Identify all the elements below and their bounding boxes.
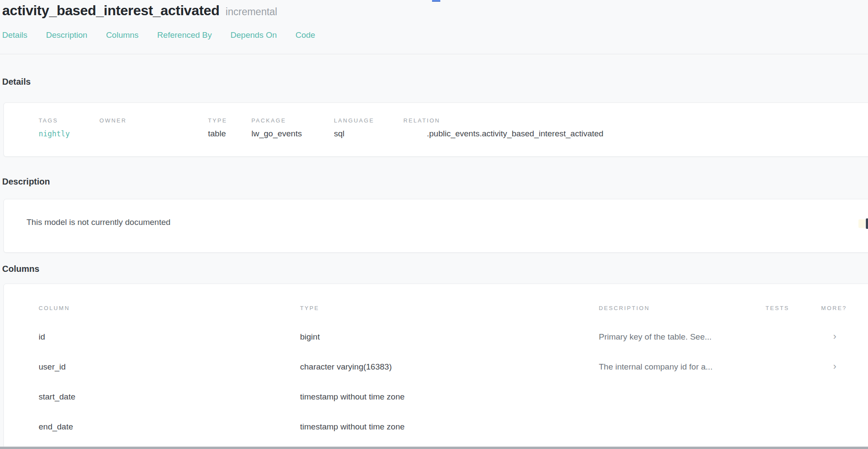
tab-columns[interactable]: Columns [106,30,139,40]
table-row-user-id[interactable]: user_id character varying(16383) The int… [4,352,868,382]
tag-link-nightly[interactable]: nightly [39,129,70,138]
detail-label-owner: OWNER [99,117,208,124]
detail-value-type: table [208,129,251,139]
header-description: DESCRIPTION [599,305,766,311]
tab-referenced-by[interactable]: Referenced By [157,30,212,40]
details-card: TAGS nightly OWNER TYPE table PACKAGE lw… [3,102,868,157]
page-header: activity_based_interest_activated increm… [0,0,868,19]
detail-label-tags: TAGS [39,117,99,124]
tab-depends-on[interactable]: Depends On [231,30,277,40]
model-title: activity_based_interest_activated [2,3,220,19]
header-tests: TESTS [766,305,821,311]
table-row-start-date[interactable]: start_date timestamp without time zone [4,382,868,412]
detail-label-type: TYPE [208,117,251,124]
detail-field-language: LANGUAGE sql [334,117,403,139]
clipped-top-element [432,0,440,2]
column-name-cell: id [39,332,300,342]
column-type-cell: timestamp without time zone [300,392,599,402]
table-row-id[interactable]: id bigint Primary key of the table. See.… [4,322,868,352]
chevron-right-icon[interactable]: › [833,332,836,342]
materialization-badge: incremental [226,6,277,18]
header-type: TYPE [300,305,599,311]
column-name-cell: user_id [39,362,300,372]
detail-label-relation: RELATION [403,117,868,124]
column-type-cell: timestamp without time zone [300,422,599,432]
section-nav-tabs: Details Description Columns Referenced B… [0,30,868,40]
detail-value-owner [99,129,208,139]
detail-field-tags: TAGS nightly [39,117,99,139]
column-name-cell: end_date [39,422,300,432]
column-type-cell: character varying(16383) [300,362,599,372]
tab-description[interactable]: Description [46,30,87,40]
header-column: COLUMN [39,305,300,311]
columns-card: COLUMN TYPE DESCRIPTION TESTS MORE? id b… [3,284,868,449]
columns-table-header: COLUMN TYPE DESCRIPTION TESTS MORE? [4,305,868,311]
tab-code[interactable]: Code [295,30,315,40]
detail-label-package: PACKAGE [251,117,334,124]
tabs-divider [0,54,868,54]
detail-value-relation: .public_events.activity_based_interest_a… [403,129,868,139]
column-name-cell: start_date [39,392,300,402]
header-more: MORE? [821,305,848,311]
description-text: This model is not currently documented [26,218,868,227]
columns-section-heading: Columns [0,264,868,274]
detail-field-owner: OWNER [99,117,208,139]
column-description-cell: The internal company id for a... [599,362,766,372]
chevron-right-icon[interactable]: › [833,362,836,372]
description-section-heading: Description [0,177,868,187]
column-type-cell: bigint [300,332,599,342]
model-docs-page: activity_based_interest_activated increm… [0,0,868,449]
column-description-cell: Primary key of the table. See... [599,332,766,342]
tab-details[interactable]: Details [2,30,27,40]
detail-field-type: TYPE table [208,117,251,139]
detail-field-relation: RELATION .public_events.activity_based_i… [403,117,868,139]
bottom-divider [0,446,868,449]
description-card: This model is not currently documented [3,199,868,253]
columns-table-body: id bigint Primary key of the table. See.… [4,322,868,442]
detail-value-language: sql [334,129,403,139]
clipped-right-highlight [858,219,865,228]
table-row-end-date[interactable]: end_date timestamp without time zone [4,412,868,442]
detail-label-language: LANGUAGE [334,117,403,124]
clipped-right-element [866,218,868,229]
detail-field-package: PACKAGE lw_go_events [251,117,334,139]
detail-value-package: lw_go_events [251,129,334,139]
details-section-heading: Details [0,77,868,87]
